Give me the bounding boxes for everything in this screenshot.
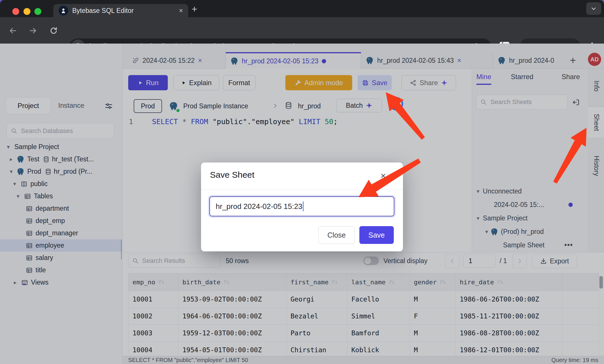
browser-toolbar: localhost:8080/sql-editor/prod-sample-in…: [0, 17, 604, 44]
window-close-button[interactable]: [12, 8, 19, 15]
browser-tab-title: Bytebase SQL Editor: [72, 7, 175, 15]
dialog-title: Save Sheet: [210, 170, 254, 180]
save-sheet-dialog: Save Sheet × hr_prod 2024-02-05 15:23 Cl…: [201, 163, 403, 251]
window-minimize-button[interactable]: [24, 8, 30, 15]
tab-search-button[interactable]: [586, 2, 601, 15]
browser-tab[interactable]: Bytebase SQL Editor ×: [53, 4, 188, 17]
bytebase-favicon-icon: [59, 6, 68, 15]
browser-tab-strip: Bytebase SQL Editor × +: [0, 0, 604, 17]
close-icon[interactable]: ×: [377, 170, 389, 181]
window-zoom-button[interactable]: [34, 8, 41, 15]
back-icon[interactable]: [9, 26, 17, 35]
new-tab-button[interactable]: +: [192, 3, 197, 15]
screen: Bytebase SQL Editor × + localhost:8080/s…: [0, 0, 604, 364]
browser-window: Bytebase SQL Editor × + localhost:8080/s…: [0, 0, 604, 364]
text-caret: [303, 201, 303, 211]
forward-icon[interactable]: [29, 26, 37, 35]
divider: [201, 189, 403, 189]
cancel-button[interactable]: Close: [318, 226, 355, 244]
confirm-save-button[interactable]: Save: [359, 226, 394, 244]
reload-icon[interactable]: [49, 26, 58, 35]
browser-tab-close-icon[interactable]: ×: [179, 7, 183, 15]
sheet-name-input[interactable]: hr_prod 2024-02-05 15:23: [209, 196, 394, 216]
